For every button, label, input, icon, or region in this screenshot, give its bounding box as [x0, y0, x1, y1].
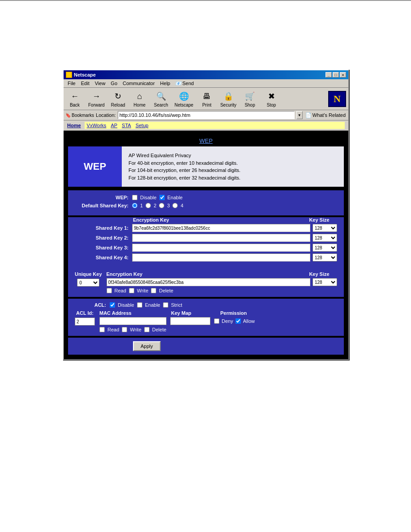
- location-dropdown-button[interactable]: ▼: [296, 111, 303, 119]
- nav-setup[interactable]: Setup: [136, 123, 149, 128]
- stop-label: Stop: [267, 103, 276, 107]
- reload-button[interactable]: ↻ Reload: [109, 89, 127, 108]
- wep-enable-section: WEP: Disable Enable Default Shared Key: …: [68, 190, 344, 215]
- shop-icon: 🛒: [244, 90, 256, 103]
- key-radio-3[interactable]: [159, 203, 164, 208]
- menu-file[interactable]: File: [65, 80, 78, 86]
- wep-disable-checkbox[interactable]: [132, 195, 137, 200]
- key-radio-1[interactable]: [132, 203, 137, 208]
- menu-communicator[interactable]: Communicator: [120, 80, 157, 86]
- close-button[interactable]: ×: [340, 72, 346, 77]
- acl-delete-label: Delete: [152, 327, 167, 332]
- page-title-bar: WEP: [68, 135, 344, 146]
- acl-id-input[interactable]: [75, 317, 95, 326]
- shared-key-3-input[interactable]: [132, 244, 310, 252]
- acl-mac-header: MAC Address: [99, 310, 167, 316]
- apply-button[interactable]: Apply: [133, 341, 161, 351]
- nav-ap[interactable]: AP: [111, 123, 117, 128]
- enc-key-header: Encryption Key: [133, 217, 301, 223]
- netscape-button[interactable]: 🌐 Netscape: [174, 89, 194, 108]
- apply-section: Apply: [68, 338, 344, 355]
- shared-key-2-size[interactable]: 128 64: [313, 234, 337, 242]
- minimize-button[interactable]: _: [325, 72, 332, 77]
- unique-key-read-checkbox[interactable]: [107, 288, 112, 293]
- acl-id-label: ACL Id:: [76, 310, 94, 316]
- menu-edit[interactable]: Edit: [79, 80, 92, 86]
- key-radio-2[interactable]: [146, 203, 151, 208]
- acl-mac-input[interactable]: [99, 317, 167, 325]
- shared-key-3-size[interactable]: 128 64: [313, 244, 337, 252]
- unique-key-delete-checkbox[interactable]: [151, 288, 156, 293]
- shared-key-1-input[interactable]: [132, 224, 310, 232]
- wep-enable-checkbox[interactable]: [159, 195, 165, 200]
- security-button[interactable]: 🔒 Security: [219, 89, 237, 108]
- menu-go[interactable]: Go: [108, 80, 120, 86]
- send-button[interactable]: 📧 Send: [175, 81, 194, 86]
- unique-key-select[interactable]: 0 1 2 3: [77, 279, 99, 287]
- home-label: Home: [133, 103, 146, 107]
- security-label: Security: [220, 103, 236, 107]
- wep-desc-line-1: For 40-bit encryption, enter 10 hexadeci…: [128, 159, 337, 167]
- uk-key-header: Encryption Key: [107, 271, 301, 277]
- send-icon: 📧: [175, 81, 181, 86]
- back-button[interactable]: ← Back: [66, 89, 84, 108]
- forward-button[interactable]: → Forward: [87, 89, 106, 108]
- location-input[interactable]: [118, 111, 295, 119]
- shop-button[interactable]: 🛒 Shop: [241, 89, 259, 108]
- title-bar: Netscape _ □ ×: [64, 70, 348, 79]
- acl-strict-checkbox[interactable]: [163, 302, 168, 308]
- whats-related-button[interactable]: 📄 What's Related: [304, 112, 347, 119]
- shared-key-2-label: Shared Key 2:: [75, 235, 128, 240]
- unique-key-left: Unique Key 0 1 2 3: [75, 271, 102, 287]
- shared-key-4-size[interactable]: 128 64: [313, 253, 337, 262]
- shared-key-1-label: Shared Key 1:: [75, 225, 128, 231]
- back-label: Back: [70, 103, 80, 107]
- acl-read-checkbox[interactable]: [99, 327, 105, 332]
- acl-toggle-row: ACL: Disable Enable Strict: [75, 302, 337, 308]
- home-button[interactable]: ⌂ Home: [131, 89, 149, 108]
- content-area: WEP WEP AP Wired Equivalent Privacy For …: [64, 131, 348, 359]
- menu-help[interactable]: Help: [158, 80, 173, 86]
- wep-info-row: WEP AP Wired Equivalent Privacy For 40-b…: [68, 146, 344, 187]
- acl-keymap-input[interactable]: [170, 317, 210, 325]
- page-title: WEP: [199, 137, 213, 144]
- acl-delete-checkbox[interactable]: [144, 327, 150, 332]
- bookmarks-area[interactable]: 🔖 Bookmarks: [65, 113, 94, 118]
- shared-key-1-size[interactable]: 128 64: [313, 224, 337, 232]
- wep-enable-label: Enable: [167, 195, 183, 200]
- stop-button[interactable]: ✖ Stop: [262, 89, 280, 108]
- enc-header: Encryption Key Key Size: [75, 217, 337, 223]
- wep-description: AP Wired Equivalent Privacy For 40-bit e…: [122, 146, 344, 187]
- shared-key-4-label: Shared Key 4:: [75, 255, 128, 260]
- unique-key-input-row: 128 64: [107, 278, 337, 286]
- menu-bar: File Edit View Go Communicator Help 📧 Se…: [64, 79, 348, 88]
- acl-deny-checkbox[interactable]: [214, 318, 219, 324]
- acl-enable-label: Enable: [145, 302, 160, 308]
- forward-icon: →: [90, 90, 103, 103]
- nav-vxworks[interactable]: VxWorks: [87, 123, 107, 128]
- shared-key-row-4: Shared Key 4: 128 64: [75, 253, 337, 262]
- nav-sta[interactable]: STA: [122, 123, 131, 128]
- key-label-2: 2: [154, 203, 156, 208]
- shared-key-4-input[interactable]: [132, 253, 310, 262]
- unique-key-size-select[interactable]: 128 64: [313, 278, 337, 286]
- acl-allow-checkbox[interactable]: [235, 318, 241, 324]
- location-bar: 🔖 Bookmarks Location: ▼ 📄 What's Related: [64, 110, 348, 120]
- print-button[interactable]: 🖶 Print: [198, 89, 216, 108]
- acl-disable-checkbox[interactable]: [110, 302, 115, 308]
- nav-home[interactable]: Home: [67, 123, 81, 128]
- acl-fields-col: MAC Address Key Map Permission Deny: [99, 310, 337, 332]
- unique-key-write-checkbox[interactable]: [129, 288, 134, 293]
- acl-enable-checkbox[interactable]: [137, 302, 142, 308]
- shared-key-2-input[interactable]: [132, 234, 310, 242]
- default-shared-key-row: Default Shared Key: 1 2 3 4: [75, 203, 337, 208]
- shared-key-row-2: Shared Key 2: 128 64: [75, 234, 337, 242]
- unique-key-input[interactable]: [107, 278, 310, 286]
- key-radio-4[interactable]: [172, 203, 178, 208]
- acl-write-checkbox[interactable]: [122, 327, 127, 332]
- maximize-button[interactable]: □: [333, 72, 339, 77]
- key-label-1: 1: [140, 203, 143, 208]
- acl-perm-group: Deny Allow: [214, 318, 255, 324]
- menu-view[interactable]: View: [93, 80, 108, 86]
- search-button[interactable]: 🔍 Search: [152, 89, 170, 108]
